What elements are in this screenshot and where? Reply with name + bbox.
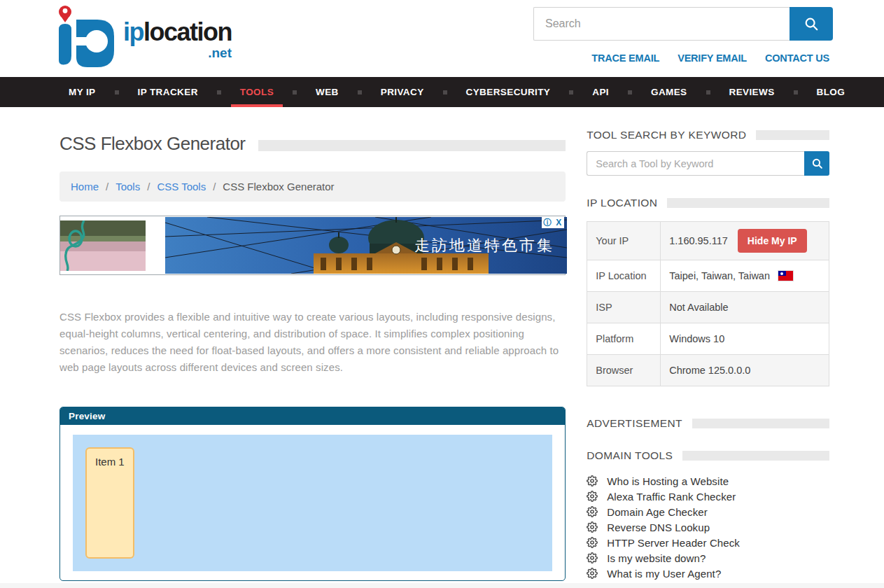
ip-location-heading: IP LOCATION — [587, 197, 829, 209]
breadcrumb-separator: / — [147, 181, 150, 192]
gear-icon — [587, 506, 598, 517]
title-row: CSS Flexbox Generator — [59, 133, 566, 155]
domain-tool-link[interactable]: What is my User Agent? — [587, 566, 829, 581]
nav-separator — [628, 90, 632, 94]
next-section-edge — [0, 583, 884, 588]
tool-search-input[interactable] — [587, 151, 804, 176]
ip-address-value: 1.160.95.117 — [669, 235, 728, 246]
ad-info-icon[interactable]: ⓘ — [542, 217, 553, 228]
ad-controls: ⓘ X — [542, 217, 564, 228]
ip-location-table: Your IP 1.160.95.117 Hide My IP IP Locat… — [587, 221, 829, 386]
nav-separator — [115, 90, 119, 94]
ad-thumbnail-image[interactable] — [60, 220, 146, 271]
row-value: 1.160.95.117 Hide My IP — [661, 222, 829, 260]
search-icon — [811, 158, 823, 169]
nav-item-web[interactable]: WEB — [307, 77, 348, 107]
flexbox-preview-container: Item 1 — [73, 435, 552, 571]
tool-description: CSS Flexbox provides a flexible and intu… — [59, 309, 566, 376]
heading-decorative-bar — [692, 419, 829, 428]
iplocation-logo-icon — [53, 4, 120, 69]
header-search-input[interactable] — [533, 7, 790, 41]
nav-item-blog[interactable]: BLOG — [808, 77, 855, 107]
verify-email-link[interactable]: VERIFY EMAIL — [678, 52, 747, 64]
ad-close-icon[interactable]: X — [553, 217, 564, 228]
nav-item-cybersecurity[interactable]: CYBERSECURITY — [457, 77, 560, 107]
header-search-button[interactable] — [790, 7, 833, 41]
preview-panel-header: Preview — [60, 407, 565, 425]
breadcrumb-separator: / — [213, 181, 216, 192]
nav-item-my-ip[interactable]: MY IP — [59, 77, 105, 107]
site-logo[interactable]: iplocation .net — [53, 4, 232, 69]
breadcrumb: Home / Tools / CSS Tools / CSS Flexbox G… — [59, 172, 566, 202]
domain-tool-link[interactable]: HTTP Server Header Check — [587, 535, 829, 550]
ad-banner[interactable]: 走訪地道特色市集 ⓘ X — [59, 216, 566, 275]
hide-my-ip-button[interactable]: Hide My IP — [738, 229, 807, 253]
main-navigation: MY IP IP TRACKER TOOLS WEB PRIVACY CYBER… — [0, 77, 884, 107]
tool-search-heading: TOOL SEARCH BY KEYWORD — [587, 129, 829, 141]
preview-panel-body: Item 1 — [60, 425, 565, 580]
ad-main-image[interactable]: 走訪地道特色市集 — [165, 217, 567, 274]
table-row-isp: ISP Not Available — [587, 292, 829, 323]
gear-icon — [587, 552, 598, 564]
domain-tool-link[interactable]: Alexa Traffic Rank Checker — [587, 489, 829, 504]
row-label: Platform — [587, 323, 661, 355]
row-label: Your IP — [587, 222, 661, 260]
table-row-ip-location: IP Location Taipei, Taiwan, Taiwan — [587, 260, 829, 292]
breadcrumb-home-link[interactable]: Home — [71, 181, 99, 192]
trace-email-link[interactable]: TRACE EMAIL — [591, 52, 659, 64]
gear-icon — [587, 491, 598, 502]
title-decorative-bar — [258, 140, 566, 151]
gear-icon — [587, 475, 598, 486]
sidebar: TOOL SEARCH BY KEYWORD IP LOCATION Your … — [587, 107, 829, 581]
nav-separator — [358, 90, 362, 94]
header-links: TRACE EMAIL VERIFY EMAIL CONTACT US — [591, 52, 829, 64]
main-column: CSS Flexbox Generator Home / Tools / CSS… — [59, 107, 566, 581]
tool-search-button[interactable] — [804, 151, 829, 176]
breadcrumb-separator: / — [106, 181, 108, 192]
table-row-platform: Platform Windows 10 — [587, 323, 829, 355]
nav-item-tools[interactable]: TOOLS — [231, 77, 283, 107]
logo-wordmark: iplocation .net — [123, 20, 232, 45]
row-value: Taipei, Taiwan, Taiwan — [661, 260, 829, 292]
heading-decorative-bar — [667, 198, 829, 208]
heading-decorative-bar — [756, 130, 829, 140]
breadcrumb-tools-link[interactable]: Tools — [115, 181, 140, 192]
domain-tool-link[interactable]: Is my website down? — [587, 550, 829, 566]
flexbox-preview-item: Item 1 — [85, 447, 134, 559]
taiwan-flag-icon — [778, 271, 793, 281]
preview-panel: Preview Item 1 — [59, 407, 566, 581]
gear-icon — [587, 522, 598, 533]
row-value: Not Available — [661, 292, 829, 323]
domain-tool-link[interactable]: Reverse DNS Lookup — [587, 519, 829, 535]
nav-separator — [293, 90, 297, 94]
row-label: ISP — [587, 292, 661, 323]
nav-item-api[interactable]: API — [583, 77, 618, 107]
page-content: CSS Flexbox Generator Home / Tools / CSS… — [0, 107, 884, 581]
domain-tools-heading: DOMAIN TOOLS — [587, 449, 829, 462]
header-search — [533, 7, 833, 41]
row-label: IP Location — [587, 260, 661, 292]
contact-us-link[interactable]: CONTACT US — [765, 52, 829, 64]
table-row-browser: Browser Chrome 125.0.0.0 — [587, 355, 829, 386]
nav-item-reviews[interactable]: REVIEWS — [720, 77, 784, 107]
row-value: Chrome 125.0.0.0 — [661, 355, 829, 386]
nav-separator — [569, 90, 573, 94]
row-value: Windows 10 — [661, 323, 829, 355]
domain-tool-link[interactable]: Domain Age Checker — [587, 504, 829, 519]
nav-separator — [443, 90, 447, 94]
advertisement-heading: ADVERTISEMENT — [587, 417, 829, 430]
nav-item-games[interactable]: GAMES — [642, 77, 696, 107]
domain-tools-list: Who is Hosting a Website Alexa Traffic R… — [587, 473, 829, 581]
breadcrumb-css-tools-link[interactable]: CSS Tools — [157, 181, 206, 192]
logo-tld: .net — [208, 46, 232, 59]
breadcrumb-current-page: CSS Flexbox Generator — [223, 181, 334, 192]
row-label: Browser — [587, 355, 661, 386]
search-icon — [804, 16, 819, 31]
nav-separator — [794, 90, 798, 94]
page-title: CSS Flexbox Generator — [59, 133, 246, 155]
tool-search — [587, 151, 829, 176]
domain-tool-link[interactable]: Who is Hosting a Website — [587, 473, 829, 489]
nav-item-ip-tracker[interactable]: IP TRACKER — [129, 77, 207, 107]
nav-item-privacy[interactable]: PRIVACY — [372, 77, 433, 107]
site-header: iplocation .net TRACE EMAIL VERIFY EMAIL… — [0, 0, 884, 77]
